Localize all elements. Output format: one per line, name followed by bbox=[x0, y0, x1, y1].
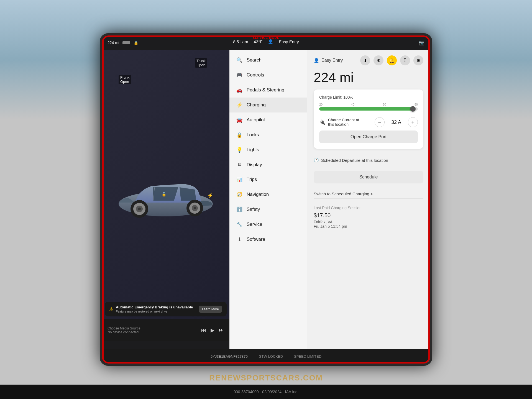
photo-credit: 000-38704000 - 02/09/2024 - IAA Inc. bbox=[0, 385, 532, 399]
prev-track-icon[interactable]: ⏮ bbox=[201, 327, 206, 333]
menu-item-service[interactable]: 🔧 Service bbox=[229, 217, 307, 232]
charge-current-label: Charge Current atthis location bbox=[328, 118, 359, 127]
learn-more-button[interactable]: Learn More bbox=[199, 306, 222, 313]
bell-icon-btn[interactable]: 🔔 bbox=[387, 55, 397, 65]
top-icons-row: 👤 Easy Entry ⬇ ❄ 🔔 🎙 ⚙ bbox=[314, 55, 423, 65]
charging-icon: ⚡ bbox=[236, 102, 243, 108]
download-icon-btn[interactable]: ⬇ bbox=[360, 55, 370, 65]
menu-item-safety[interactable]: ℹ️ Safety bbox=[229, 202, 307, 217]
switch-charging-link[interactable]: Switch to Scheduled Charging > bbox=[314, 189, 423, 199]
menu-item-search[interactable]: 🔍 Search bbox=[229, 53, 307, 68]
last-paid-date: Fri, Jan 5 11:54 pm bbox=[314, 224, 423, 229]
footer-text: 000-38704000 - 02/09/2024 - IAA Inc. bbox=[234, 390, 298, 394]
trips-icon: 📊 bbox=[236, 177, 243, 183]
safety-icon: ℹ️ bbox=[236, 206, 243, 213]
mic-icon-btn[interactable]: 🎙 bbox=[400, 55, 410, 65]
left-panel: Frunk Open Trunk Open bbox=[102, 50, 229, 341]
media-info: Choose Media Source No device connected bbox=[108, 326, 140, 334]
charge-bar-thumb[interactable] bbox=[410, 106, 416, 112]
temperature-display: 43°F bbox=[254, 39, 262, 44]
bottom-bar: 5YJ3E1EAGNF827870 GTW LOCKED SPEED LIMIT… bbox=[102, 349, 430, 364]
media-controls: ⏮ ▶ ⏭ bbox=[201, 327, 224, 333]
media-bar: Choose Media Source No device connected … bbox=[102, 319, 229, 341]
last-paid-section: Last Paid Charging Session $17.50 Fairfa… bbox=[314, 201, 423, 233]
menu-item-controls[interactable]: 🎮 Controls bbox=[229, 68, 307, 83]
menu-item-trips[interactable]: 📊 Trips bbox=[229, 172, 307, 187]
menu-label-pedals: Pedals & Steering bbox=[247, 87, 284, 93]
media-source-label: Choose Media Source bbox=[108, 326, 140, 330]
car-image-area: ⚡ 🔓 bbox=[108, 66, 224, 314]
gtw-locked-status: GTW LOCKED bbox=[259, 354, 283, 359]
profile-user-icon: 👤 bbox=[314, 58, 319, 63]
camera-icon: 📷 bbox=[419, 40, 424, 45]
snowflake-icon-btn[interactable]: ❄ bbox=[374, 55, 383, 65]
search-icon: 🔍 bbox=[236, 57, 243, 63]
time-display: 8:51 am bbox=[233, 39, 248, 44]
lock-icon: 🔒 bbox=[134, 40, 138, 45]
menu-label-controls: Controls bbox=[247, 72, 264, 78]
svg-text:🔓: 🔓 bbox=[162, 192, 167, 197]
content-panel: 👤 Easy Entry ⬇ ❄ 🔔 🎙 ⚙ 224 mi Charge Lim… bbox=[307, 50, 430, 364]
next-track-icon[interactable]: ⏭ bbox=[219, 327, 224, 333]
charge-bar-fill bbox=[319, 107, 413, 111]
warning-banner: ⚠ Automatic Emergency Braking is unavail… bbox=[105, 302, 227, 316]
increase-current-button[interactable]: + bbox=[408, 117, 418, 127]
charge-limit-label: Charge Limit: 100% bbox=[319, 95, 418, 99]
open-charge-port-button[interactable]: Open Charge Port bbox=[319, 131, 418, 143]
battery-bar bbox=[122, 41, 130, 44]
menu-item-software[interactable]: ⬇ Software bbox=[229, 232, 307, 247]
schedule-button[interactable]: Schedule bbox=[314, 171, 423, 183]
play-icon[interactable]: ▶ bbox=[211, 327, 214, 333]
top-action-icons: ⬇ ❄ 🔔 🎙 ⚙ bbox=[360, 55, 423, 65]
software-icon: ⬇ bbox=[236, 236, 243, 242]
autopilot-icon: 🚘 bbox=[236, 117, 243, 123]
vin-display: 5YJ3E1EAGNF827870 bbox=[211, 354, 248, 359]
locks-icon: 🔒 bbox=[236, 132, 243, 138]
menu-item-pedals[interactable]: 🚗 Pedals & Steering bbox=[229, 83, 307, 98]
status-right: 📷 bbox=[419, 40, 424, 45]
menu-label-display: Display bbox=[247, 162, 262, 168]
watermark: RENEWSPORTSCARS.COM bbox=[209, 374, 323, 382]
menu-item-charging[interactable]: ⚡ Charging bbox=[229, 98, 307, 112]
navigation-icon: 🧭 bbox=[236, 191, 243, 198]
scale-40: 40 bbox=[351, 103, 354, 106]
status-center: 8:51 am 43°F 👤 Easy Entry bbox=[233, 39, 299, 44]
car-svg: ⚡ 🔓 bbox=[113, 160, 218, 221]
divider-2 bbox=[314, 200, 423, 200]
charge-bar-track[interactable] bbox=[319, 107, 418, 111]
menu-item-lights[interactable]: 💡 Lights bbox=[229, 142, 307, 157]
charge-current-left: 🔌 Charge Current atthis location bbox=[319, 118, 359, 127]
menu-label-search: Search bbox=[247, 57, 262, 63]
status-bar: SERVICE MODE 224 mi 🔒 8:51 am 43°F 👤 Eas… bbox=[102, 35, 430, 50]
display-icon: 🖥 bbox=[236, 162, 243, 168]
profile-section: 👤 Easy Entry bbox=[314, 58, 343, 63]
profile-icon: 👤 bbox=[268, 39, 273, 44]
menu-item-display[interactable]: 🖥 Display bbox=[229, 157, 307, 172]
menu-item-autopilot[interactable]: 🚘 Autopilot bbox=[229, 112, 307, 127]
pedals-icon: 🚗 bbox=[236, 87, 243, 93]
charge-bar-scale: 20 40 60 80 bbox=[319, 103, 418, 106]
warning-title: Automatic Emergency Braking is unavailab… bbox=[116, 305, 199, 309]
range-display-small: 224 mi bbox=[108, 40, 119, 45]
menu-label-trips: Trips bbox=[247, 177, 257, 182]
charge-card: Charge Limit: 100% 20 40 60 80 🔌 Charge … bbox=[314, 89, 423, 149]
charge-plug-icon: 🔌 bbox=[319, 119, 325, 125]
service-icon: 🔧 bbox=[236, 221, 243, 227]
menu-label-charging: Charging bbox=[247, 102, 266, 108]
menu-item-navigation[interactable]: 🧭 Navigation bbox=[229, 187, 307, 202]
warning-text: Automatic Emergency Braking is unavailab… bbox=[116, 305, 199, 313]
warning-icon: ⚠ bbox=[109, 306, 114, 312]
menu-item-locks[interactable]: 🔒 Locks bbox=[229, 127, 307, 142]
decrease-current-button[interactable]: − bbox=[375, 117, 385, 127]
controls-icon: 🎮 bbox=[236, 72, 243, 78]
profile-name-content: Easy Entry bbox=[321, 58, 343, 63]
last-paid-location: Fairfax, VA bbox=[314, 220, 423, 224]
charge-current-row: 🔌 Charge Current atthis location − 32 A … bbox=[319, 115, 418, 127]
svg-point-8 bbox=[194, 207, 196, 209]
menu-label-locks: Locks bbox=[247, 132, 259, 138]
settings-icon-btn[interactable]: ⚙ bbox=[413, 55, 423, 65]
menu-label-safety: Safety bbox=[247, 207, 260, 212]
scale-80: 80 bbox=[415, 103, 418, 106]
tesla-screen: SERVICE MODE 224 mi 🔒 8:51 am 43°F 👤 Eas… bbox=[100, 33, 432, 366]
menu-label-software: Software bbox=[247, 237, 265, 242]
